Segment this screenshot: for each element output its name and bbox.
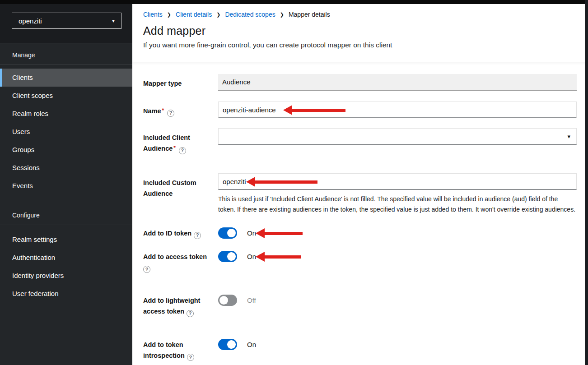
help-icon[interactable]: ?: [143, 266, 150, 273]
add-to-lightweight-access-token-row: Add to lightweight access token? Off: [143, 295, 577, 317]
nav-list-configure: Realm settings Authentication Identity p…: [0, 225, 132, 303]
included-custom-audience-row: Included Custom Audience This is used ju…: [143, 173, 577, 215]
breadcrumb-separator-icon: ❯: [275, 12, 289, 18]
help-icon[interactable]: ?: [187, 354, 194, 361]
included-custom-audience-label-line2: Audience: [143, 190, 173, 197]
page-subtitle: If you want more fine-grain control, you…: [143, 41, 577, 49]
sidebar-item-user-federation[interactable]: User federation: [0, 285, 132, 303]
sidebar-item-realm-roles[interactable]: Realm roles: [0, 105, 132, 123]
sidebar-item-sessions[interactable]: Sessions: [0, 159, 132, 177]
sidebar-item-users[interactable]: Users: [0, 123, 132, 141]
add-to-token-introspection-label-line1: Add to token: [143, 341, 183, 348]
sidebar-item-authentication[interactable]: Authentication: [0, 249, 132, 267]
chevron-down-icon: ▾: [112, 18, 115, 24]
sidebar-item-client-scopes[interactable]: Client scopes: [0, 87, 132, 105]
name-input[interactable]: [218, 102, 577, 118]
included-custom-audience-helper: This is used just if 'Included Client Au…: [218, 194, 577, 215]
toggle-knob: [219, 296, 228, 305]
add-to-id-token-label: Add to ID token: [143, 230, 191, 237]
nav-list-manage: Clients Client scopes Realm roles Users …: [0, 65, 132, 195]
mapper-type-label: Mapper type: [143, 74, 218, 91]
included-client-audience-row: Included Client Audience*? ▾: [143, 128, 577, 154]
included-custom-audience-label-line1: Included Custom: [143, 179, 196, 186]
add-to-lightweight-access-token-toggle[interactable]: [218, 295, 237, 306]
add-to-access-token-row: Add to access token ? On: [143, 251, 577, 273]
toggle-knob: [227, 340, 236, 349]
add-to-access-token-state: On: [247, 253, 256, 260]
add-to-lightweight-access-token-state: Off: [247, 296, 256, 304]
add-to-lightweight-label-line2: access token: [143, 308, 184, 315]
help-icon[interactable]: ?: [194, 232, 201, 239]
breadcrumb-client-details[interactable]: Client details: [176, 11, 212, 18]
realm-selector-area: openziti ▾: [0, 0, 132, 43]
mapper-type-row: Mapper type Audience: [143, 74, 577, 91]
add-to-lightweight-label-line1: Add to lightweight: [143, 297, 200, 304]
help-icon[interactable]: ?: [187, 310, 194, 317]
sidebar-item-identity-providers[interactable]: Identity providers: [0, 267, 132, 285]
breadcrumb-clients[interactable]: Clients: [143, 11, 163, 18]
add-to-id-token-state: On: [247, 229, 256, 237]
toggle-knob: [227, 229, 236, 237]
nav-group-manage: Manage: [0, 43, 132, 65]
vertical-scrollbar[interactable]: [585, 0, 588, 365]
add-to-token-introspection-row: Add to token introspection? On: [143, 339, 577, 361]
add-to-access-token-label: Add to access token: [143, 253, 207, 260]
nav-group-configure: Configure: [0, 195, 132, 225]
name-row: Name*?: [143, 102, 577, 118]
required-asterisk: *: [173, 145, 177, 151]
masthead-strip: [0, 0, 588, 4]
sidebar-item-events[interactable]: Events: [0, 177, 132, 195]
help-icon[interactable]: ?: [179, 147, 186, 154]
page-title: Add mapper: [143, 24, 577, 37]
add-to-token-introspection-state: On: [247, 341, 256, 348]
toggle-knob: [227, 252, 236, 261]
breadcrumb: Clients ❯ Client details ❯ Dedicated sco…: [143, 11, 577, 18]
sidebar-item-clients[interactable]: Clients: [0, 69, 132, 87]
included-client-audience-label-line2: Audience: [143, 145, 173, 152]
add-to-token-introspection-toggle[interactable]: [218, 339, 237, 350]
breadcrumb-dedicated-scopes[interactable]: Dedicated scopes: [225, 11, 275, 18]
realm-selector-dropdown[interactable]: openziti ▾: [12, 13, 121, 29]
add-to-token-introspection-label-line2: introspection: [143, 352, 185, 359]
mapper-type-field: Audience: [218, 74, 577, 91]
breadcrumb-separator-icon: ❯: [212, 12, 225, 18]
required-asterisk: *: [161, 107, 165, 114]
name-label: Name: [143, 107, 161, 115]
main-content: Clients ❯ Client details ❯ Dedicated sco…: [132, 0, 588, 365]
add-to-id-token-row: Add to ID token? On: [143, 227, 577, 239]
page-header: Clients ❯ Client details ❯ Dedicated sco…: [132, 0, 588, 62]
sidebar: openziti ▾ Manage Clients Client scopes …: [0, 0, 132, 365]
realm-name: openziti: [19, 17, 42, 25]
included-custom-audience-input[interactable]: [218, 173, 577, 190]
sidebar-item-realm-settings[interactable]: Realm settings: [0, 231, 132, 249]
chevron-down-icon: ▾: [567, 133, 572, 140]
included-client-audience-select[interactable]: ▾: [218, 128, 577, 145]
add-to-id-token-toggle[interactable]: [218, 227, 237, 239]
add-to-access-token-toggle[interactable]: [218, 251, 237, 262]
help-icon[interactable]: ?: [167, 110, 174, 117]
breadcrumb-separator-icon: ❯: [163, 12, 176, 18]
breadcrumb-mapper-details: Mapper details: [289, 11, 330, 18]
mapper-form: Mapper type Audience Name*? Included Cli…: [132, 62, 588, 365]
included-client-audience-label-line1: Included Client: [143, 134, 190, 141]
sidebar-item-groups[interactable]: Groups: [0, 141, 132, 159]
